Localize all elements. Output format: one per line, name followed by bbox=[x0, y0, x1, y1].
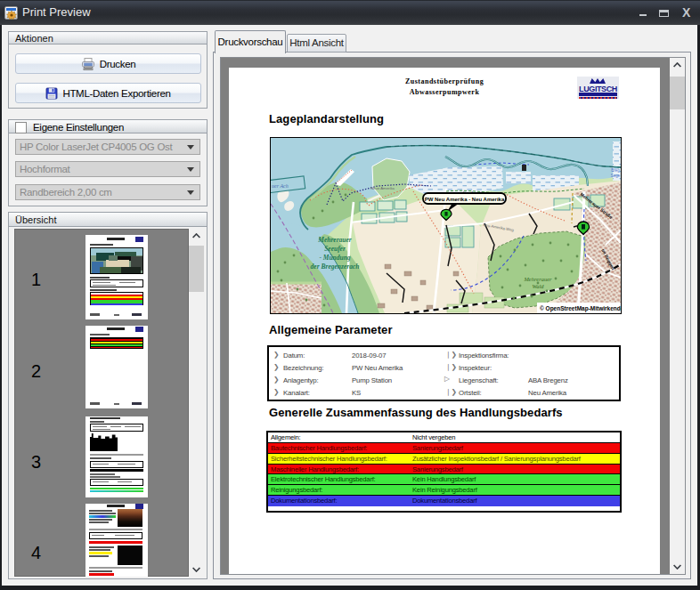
svg-text:PW Neu Amerika - Neu Amerika: PW Neu Amerika - Neu Amerika bbox=[425, 197, 505, 202]
svg-text:- Mündung: - Mündung bbox=[319, 254, 350, 262]
svg-text:Mehrerauer: Mehrerauer bbox=[523, 276, 552, 282]
svg-text:Sege: Sege bbox=[611, 174, 621, 178]
svg-text:Mehrerauer: Mehrerauer bbox=[317, 236, 352, 244]
svg-text:Wald: Wald bbox=[532, 283, 544, 289]
svg-text:der Bregenzerach: der Bregenzerach bbox=[311, 263, 360, 271]
svg-text:uer Ach: uer Ach bbox=[272, 183, 289, 189]
svg-text:Seeufer: Seeufer bbox=[324, 245, 346, 253]
svg-text:© OpenStreetMap-Mitwirkende: © OpenStreetMap-Mitwirkende bbox=[540, 305, 621, 312]
svg-text:Neue Amerika: Neue Amerika bbox=[370, 186, 395, 190]
svg-text:Breg: Breg bbox=[611, 168, 620, 173]
